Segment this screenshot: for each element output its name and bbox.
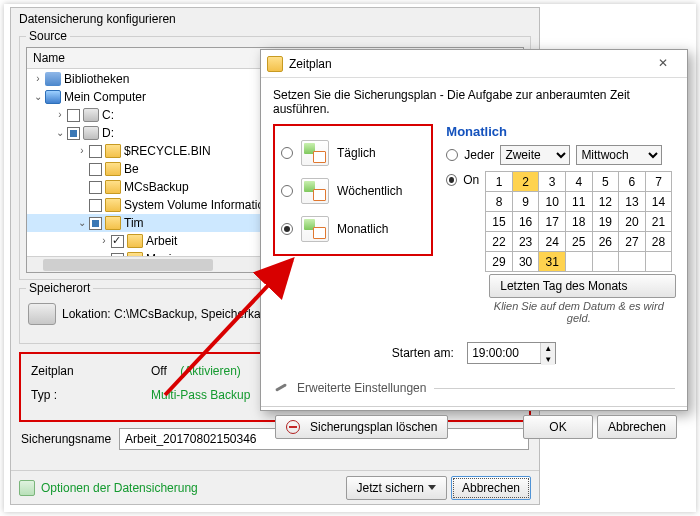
day-cell-17[interactable]: 17 (539, 212, 566, 232)
advanced-settings-toggle[interactable]: Erweiterte Einstellungen (273, 380, 675, 396)
day-cell-6[interactable]: 6 (619, 172, 646, 192)
day-cell-5[interactable]: 5 (592, 172, 619, 192)
expand-icon[interactable]: › (53, 108, 67, 122)
schedule-weekly-icon (301, 178, 329, 204)
radio-on[interactable] (446, 174, 457, 186)
day-cell-19[interactable]: 19 (592, 212, 619, 232)
library-icon (45, 72, 61, 86)
period-weekly[interactable]: Wöchentlich (281, 172, 425, 210)
day-cell-2[interactable]: 2 (512, 172, 539, 192)
checkbox[interactable] (89, 163, 102, 176)
day-cell-4[interactable]: 4 (565, 172, 592, 192)
day-cell-18[interactable]: 18 (565, 212, 592, 232)
monthly-heading: Monatlich (446, 124, 672, 139)
day-cell-11[interactable]: 11 (565, 192, 592, 212)
folder-icon (127, 234, 143, 248)
radio-each[interactable] (446, 149, 458, 161)
weekday-select[interactable]: MontagDienstagMittwochDonnerstagFreitagS… (576, 145, 662, 165)
checkbox-partial[interactable] (89, 217, 102, 230)
delete-icon (286, 420, 300, 434)
backup-now-button[interactable]: Jetzt sichern (346, 476, 447, 500)
day-cell-27[interactable]: 27 (619, 232, 646, 252)
schedule-label: Zeitplan (31, 364, 121, 378)
wrench-icon (273, 380, 289, 396)
expand-icon[interactable]: › (97, 234, 111, 248)
dialog-titlebar[interactable]: Zeitplan ✕ (261, 50, 687, 78)
expand-icon[interactable]: › (75, 144, 89, 158)
backupname-label: Sicherungsname (21, 432, 111, 446)
day-cell-25[interactable]: 25 (565, 232, 592, 252)
day-cell-1[interactable]: 1 (486, 172, 513, 192)
day-cell-15[interactable]: 15 (486, 212, 513, 232)
expand-icon[interactable]: › (31, 72, 45, 86)
day-cell-24[interactable]: 24 (539, 232, 566, 252)
ordinal-select[interactable]: ErsteZweiteDritteVierteLetzte (500, 145, 570, 165)
close-button[interactable]: ✕ (645, 54, 681, 74)
collapse-icon[interactable]: ⌄ (31, 90, 45, 104)
day-cell-10[interactable]: 10 (539, 192, 566, 212)
dialog-cancel-button[interactable]: Abbrechen (597, 415, 677, 439)
day-cell-28[interactable]: 28 (645, 232, 672, 252)
checkbox-partial[interactable] (67, 127, 80, 140)
period-monthly[interactable]: Monatlich (281, 210, 425, 248)
radio-icon-selected[interactable] (281, 223, 293, 235)
period-daily[interactable]: Täglich (281, 134, 425, 172)
start-label: Starten am: (392, 346, 454, 360)
day-cell-7[interactable]: 7 (645, 172, 672, 192)
delete-plan-button[interactable]: Sicherungsplan löschen (275, 415, 448, 439)
backup-options-link[interactable]: Optionen der Datensicherung (19, 480, 198, 496)
on-label: On (463, 173, 479, 187)
ok-button[interactable]: OK (523, 415, 593, 439)
day-cell-23[interactable]: 23 (512, 232, 539, 252)
cancel-button[interactable]: Abbrechen (451, 476, 531, 500)
type-label: Typ : (31, 388, 121, 402)
day-cell-26[interactable]: 26 (592, 232, 619, 252)
collapse-icon[interactable]: ⌄ (53, 126, 67, 140)
schedule-monthly-icon (301, 216, 329, 242)
day-cell-22[interactable]: 22 (486, 232, 513, 252)
period-radiogroup: Täglich Wöchentlich Monatlich (273, 124, 433, 256)
checkbox-checked[interactable] (111, 235, 124, 248)
checkbox[interactable] (89, 199, 102, 212)
checkbox[interactable] (89, 181, 102, 194)
source-label: Source (26, 29, 70, 43)
time-spin-down[interactable]: ▼ (541, 354, 555, 365)
window-title: Datensicherung konfigurieren (11, 8, 539, 34)
folder-icon (105, 198, 121, 212)
calendar-icon (267, 56, 283, 72)
day-cell-3[interactable]: 3 (539, 172, 566, 192)
last-day-button[interactable]: Letzten Tag des Monats (489, 274, 676, 298)
time-spin-up[interactable]: ▲ (541, 343, 555, 354)
schedule-value: Off (151, 364, 167, 378)
options-icon (19, 480, 35, 496)
folder-icon (105, 162, 121, 176)
start-time-field[interactable] (468, 343, 540, 363)
folder-icon (105, 180, 121, 194)
activate-link[interactable]: (Aktivieren) (180, 364, 241, 378)
day-cell-21[interactable]: 21 (645, 212, 672, 232)
day-cell-31[interactable]: 31 (539, 252, 566, 272)
each-label: Jeder (464, 148, 494, 162)
day-cell-16[interactable]: 16 (512, 212, 539, 232)
day-picker-grid[interactable]: 1234567891011121314151617181920212223242… (485, 171, 672, 272)
day-cell-12[interactable]: 12 (592, 192, 619, 212)
folder-icon (105, 216, 121, 230)
schedule-dialog: Zeitplan ✕ Setzen Sie die Sicherungsplan… (260, 49, 688, 411)
day-cell-30[interactable]: 30 (512, 252, 539, 272)
start-time-input[interactable]: ▲ ▼ (467, 342, 556, 364)
checkbox[interactable] (89, 145, 102, 158)
checkbox[interactable] (67, 109, 80, 122)
day-cell-9[interactable]: 9 (512, 192, 539, 212)
dialog-title: Zeitplan (289, 57, 332, 71)
day-cell-29[interactable]: 29 (486, 252, 513, 272)
day-cell-14[interactable]: 14 (645, 192, 672, 212)
day-cell-8[interactable]: 8 (486, 192, 513, 212)
radio-icon[interactable] (281, 185, 293, 197)
dialog-instruction: Setzen Sie die Sicherungsplan - Die Aufg… (273, 88, 675, 116)
day-cell-20[interactable]: 20 (619, 212, 646, 232)
day-cell-13[interactable]: 13 (619, 192, 646, 212)
collapse-icon[interactable]: ⌄ (75, 216, 89, 230)
radio-icon[interactable] (281, 147, 293, 159)
type-value[interactable]: Multi-Pass Backup (151, 388, 250, 402)
schedule-daily-icon (301, 140, 329, 166)
